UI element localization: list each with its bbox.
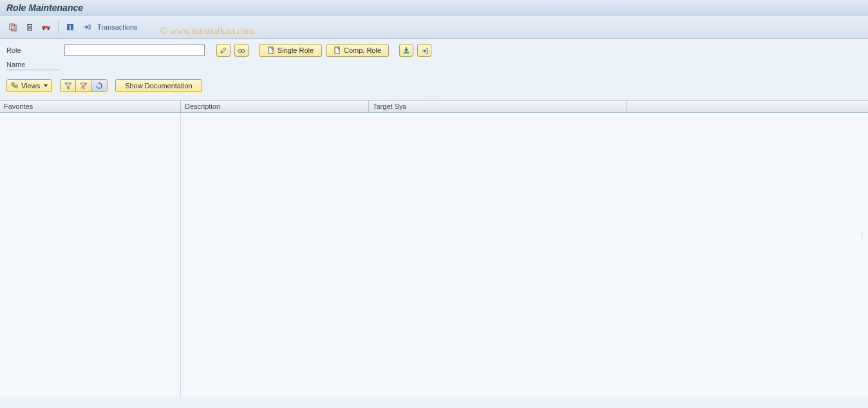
svg-rect-7 — [48, 26, 50, 28]
expand-icon[interactable] — [80, 21, 93, 34]
comp-role-button[interactable]: Comp. Role — [326, 44, 389, 57]
title-bar: Role Maintenance — [0, 0, 868, 15]
filter-button[interactable] — [61, 80, 76, 92]
upload-icon — [420, 46, 428, 54]
upload-button[interactable] — [417, 44, 431, 57]
comp-role-label: Comp. Role — [344, 46, 381, 54]
views-button[interactable]: Views — [6, 79, 52, 92]
svg-rect-15 — [269, 47, 273, 53]
svg-rect-17 — [404, 52, 409, 53]
application-toolbar: i Transactions — [0, 15, 868, 39]
svg-rect-6 — [42, 26, 48, 28]
form-area: Role Single Role Comp. Role Name — [0, 39, 868, 77]
sync-icon — [95, 82, 103, 90]
svg-rect-2 — [28, 24, 32, 30]
refresh-button[interactable] — [91, 80, 107, 92]
svg-rect-16 — [335, 47, 339, 53]
filter-group — [60, 79, 108, 92]
tree-icon — [11, 82, 19, 90]
download-icon — [402, 46, 410, 54]
display-button[interactable] — [234, 44, 249, 57]
svg-point-13 — [241, 50, 245, 53]
column-header-target-sys[interactable]: Target Sys — [369, 101, 627, 112]
grid-column-rest[interactable]: ···· — [181, 113, 868, 396]
grid-header: Favorites Description Target Sys — [0, 100, 868, 113]
svg-point-9 — [48, 28, 50, 30]
clear-filter-button[interactable] — [76, 80, 91, 92]
pencil-icon — [220, 46, 227, 54]
svg-rect-18 — [12, 83, 14, 85]
column-header-favorites[interactable]: Favorites — [0, 101, 181, 112]
copy-icon[interactable] — [6, 21, 19, 34]
role-row: Role Single Role Comp. Role — [6, 44, 862, 57]
column-header-description[interactable]: Description — [181, 101, 369, 112]
info-icon[interactable]: i — [64, 21, 77, 34]
role-input[interactable] — [64, 44, 205, 56]
download-button[interactable] — [399, 44, 413, 57]
single-role-button[interactable]: Single Role — [259, 44, 322, 57]
grid-body: ···· — [0, 113, 868, 396]
show-documentation-button[interactable]: Show Documentation — [115, 79, 202, 92]
scroll-grip-icon[interactable]: ···· — [861, 231, 863, 239]
column-header-empty[interactable] — [627, 101, 868, 112]
page-title: Role Maintenance — [6, 3, 83, 13]
show-documentation-label: Show Documentation — [125, 82, 193, 90]
funnel-icon — [64, 82, 72, 90]
toolbar-divider — [58, 21, 59, 33]
transactions-link[interactable]: Transactions — [97, 23, 138, 31]
chevron-down-icon — [44, 84, 48, 87]
document-icon — [334, 46, 341, 54]
svg-line-20 — [81, 83, 86, 88]
edit-button[interactable] — [216, 44, 231, 57]
filter-bar: Views Show Documentation — [0, 77, 868, 96]
delete-icon[interactable] — [23, 21, 36, 34]
views-label: Views — [21, 82, 40, 90]
transport-icon[interactable] — [40, 21, 53, 34]
svg-rect-19 — [15, 85, 17, 88]
svg-text:i: i — [70, 24, 71, 31]
svg-point-8 — [43, 28, 45, 30]
funnel-clear-icon — [80, 82, 88, 90]
single-role-label: Single Role — [278, 46, 314, 54]
name-label: Name — [6, 61, 61, 70]
document-icon — [267, 46, 275, 54]
glasses-icon — [238, 46, 245, 54]
grid-column-favorites[interactable] — [0, 113, 181, 396]
name-row: Name — [6, 61, 862, 70]
svg-point-12 — [238, 50, 241, 53]
role-label: Role — [6, 46, 61, 54]
